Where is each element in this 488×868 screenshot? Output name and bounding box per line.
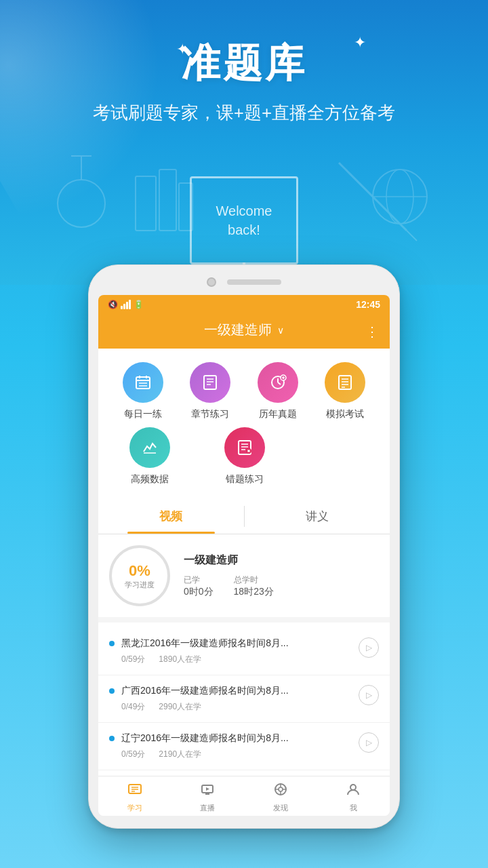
nav-item-live[interactable]: 直播 — [171, 782, 245, 813]
video-title-1: 广西2016年一级建造师报名时间为8月... — [121, 685, 352, 697]
video-content-0: 黑龙江2016年一级建造师报名时间8月... 0/59分 1890人在学 — [121, 637, 352, 665]
discover-nav-label: 发现 — [273, 803, 288, 813]
play-button-2[interactable]: ▷ — [359, 732, 379, 753]
signal-icon — [121, 300, 131, 309]
welcome-board: Welcomeback! — [190, 176, 298, 264]
highfreq-icon — [129, 427, 170, 468]
tab-handout[interactable]: 讲义 — [245, 499, 390, 534]
total-value: 18时23分 — [234, 586, 274, 598]
video-duration-1: 0/49分 — [121, 701, 145, 713]
svg-rect-17 — [204, 376, 216, 389]
video-students-1: 2990人在学 — [159, 701, 201, 713]
progress-section: 0% 学习进度 一级建造师 已学 0时0分 总学时 18时23分 — [98, 534, 390, 623]
wrong-label: 错题练习 — [226, 473, 264, 486]
status-icons: 🔇 🔋 — [108, 300, 144, 309]
grid-item-chapter[interactable]: 章节练习 — [190, 362, 230, 420]
phone-screen: 🔇 🔋 12:45 一级建造师 ∨ ⋮ — [98, 295, 390, 816]
bottom-nav: 学习 直播 — [98, 776, 390, 816]
phone-speaker — [227, 279, 281, 285]
studied-label: 已学 — [184, 574, 214, 586]
svg-rect-3 — [136, 176, 156, 231]
grid-menu: 每日一练 章节练习 — [98, 349, 390, 499]
phone-container: 🔇 🔋 12:45 一级建造师 ∨ ⋮ — [0, 264, 488, 829]
video-duration-0: 0/59分 — [121, 654, 145, 665]
progress-percent: 0% — [129, 562, 150, 580]
grid-row-1: 每日一练 章节练习 — [109, 362, 379, 420]
grid-item-highfreq[interactable]: 高频数据 — [129, 427, 170, 486]
phone-camera — [207, 277, 216, 287]
live-nav-label: 直播 — [200, 803, 215, 813]
video-duration-2: 0/59分 — [121, 749, 145, 760]
mock-label: 模拟考试 — [326, 408, 364, 420]
stat-studied: 已学 0时0分 — [184, 574, 214, 598]
total-label: 总学时 — [234, 574, 274, 586]
study-nav-icon — [127, 782, 142, 801]
video-dot-1 — [109, 688, 115, 694]
video-content-2: 辽宁2016年一级建造师报名时间为8月... 0/59分 2190人在学 — [121, 732, 352, 760]
progress-info: 一级建造师 已学 0时0分 总学时 18时23分 — [184, 553, 379, 598]
video-item-1[interactable]: 广西2016年一级建造师报名时间为8月... 0/49分 2990人在学 ▷ — [98, 675, 390, 723]
svg-rect-4 — [159, 170, 176, 231]
live-nav-icon — [200, 782, 215, 801]
progress-label-text: 学习进度 — [125, 580, 155, 590]
progress-stats: 已学 0时0分 总学时 18时23分 — [184, 574, 379, 598]
app-header: 一级建造师 ∨ ⋮ — [98, 314, 390, 349]
course-title: 一级建造师 — [204, 321, 272, 339]
banner-subtitle: 考试刷题专家，课+题+直播全方位备考 — [0, 101, 488, 125]
wrong-icon — [224, 427, 265, 468]
video-dot-2 — [109, 736, 115, 741]
video-dot-0 — [109, 641, 115, 646]
video-item-0[interactable]: 黑龙江2016年一级建造师报名时间8月... 0/59分 1890人在学 ▷ — [98, 628, 390, 675]
video-meta-1: 0/49分 2990人在学 — [121, 701, 352, 713]
stat-total: 总学时 18时23分 — [234, 574, 274, 598]
nav-item-study[interactable]: 学习 — [98, 782, 171, 813]
me-nav-icon — [346, 782, 361, 801]
grid-item-mock[interactable]: 模拟考试 — [325, 362, 365, 420]
nav-item-discover[interactable]: 发现 — [244, 782, 317, 813]
video-list: 黑龙江2016年一级建造师报名时间8月... 0/59分 1890人在学 ▷ 广… — [98, 623, 390, 776]
video-item-2[interactable]: 辽宁2016年一级建造师报名时间为8月... 0/59分 2190人在学 ▷ — [98, 723, 390, 770]
phone-top — [98, 277, 390, 287]
progress-title: 一级建造师 — [184, 553, 379, 568]
video-students-2: 2190人在学 — [159, 749, 201, 760]
mute-icon: 🔇 — [108, 300, 118, 309]
video-title-2: 辽宁2016年一级建造师报名时间为8月... — [121, 732, 352, 745]
studied-value: 0时0分 — [184, 586, 214, 598]
mock-icon — [325, 362, 365, 403]
history-icon — [258, 362, 298, 403]
svg-line-7 — [407, 231, 417, 241]
video-meta-2: 0/59分 2190人在学 — [121, 749, 352, 760]
chapter-label: 章节练习 — [191, 408, 229, 420]
app-title-group: 一级建造师 ∨ — [204, 321, 284, 339]
battery-icon: 🔋 — [134, 300, 144, 309]
daily-icon — [123, 362, 163, 403]
nav-item-me[interactable]: 我 — [317, 782, 390, 813]
status-bar: 🔇 🔋 12:45 — [98, 295, 390, 314]
grid-item-daily[interactable]: 每日一练 — [123, 362, 163, 420]
play-button-0[interactable]: ▷ — [359, 637, 379, 658]
discover-nav-icon — [273, 782, 288, 801]
dropdown-arrow-icon[interactable]: ∨ — [277, 325, 284, 336]
progress-circle: 0% 学习进度 — [109, 545, 170, 606]
me-nav-label: 我 — [350, 803, 357, 813]
video-students-0: 1890人在学 — [159, 654, 201, 665]
svg-line-23 — [278, 382, 281, 384]
study-nav-label: 学习 — [127, 803, 142, 813]
svg-point-49 — [279, 787, 283, 791]
menu-dots-button[interactable]: ⋮ — [365, 323, 379, 340]
video-content-1: 广西2016年一级建造师报名时间为8月... 0/49分 2990人在学 — [121, 685, 352, 713]
grid-item-wrong[interactable]: 错题练习 — [224, 427, 265, 486]
grid-row-2: 高频数据 — [109, 427, 379, 486]
welcome-text: Welcomeback! — [216, 201, 272, 239]
tab-video[interactable]: 视频 — [98, 499, 244, 534]
svg-marker-47 — [206, 787, 209, 791]
grid-item-history[interactable]: 历年真题 — [258, 362, 298, 420]
banner-title: 准题库 — [0, 37, 488, 90]
svg-point-54 — [350, 785, 356, 790]
status-time: 12:45 — [356, 299, 380, 310]
svg-point-0 — [58, 180, 105, 227]
banner: ✦ ✦ 准题库 考试刷题专家，课+题+直播全方位备考 Welcomeback! — [0, 0, 488, 285]
phone-mockup: 🔇 🔋 12:45 一级建造师 ∨ ⋮ — [88, 264, 400, 829]
chapter-icon — [190, 362, 230, 403]
play-button-1[interactable]: ▷ — [359, 685, 379, 705]
